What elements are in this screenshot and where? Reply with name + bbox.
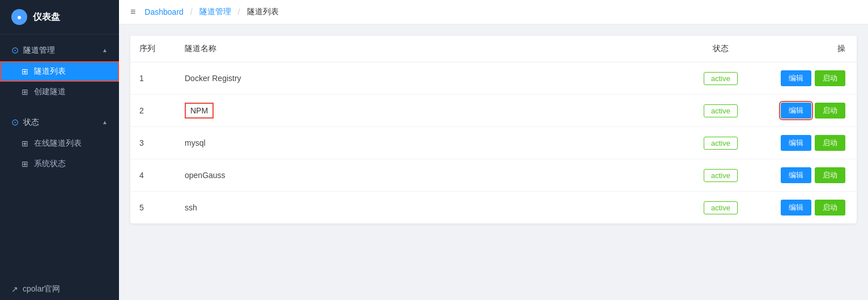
- cell-name: NPM: [176, 95, 675, 127]
- col-header-status: 状态: [675, 36, 766, 62]
- col-header-seq: 序列: [130, 36, 176, 62]
- cpolar-label: cpolar官网: [23, 284, 60, 294]
- tunnel-mgmt-label: 隧道管理: [23, 45, 55, 56]
- sidebar: ● 仪表盘 ⊙ 隧道管理 ▲ 隧道列表 创建隧道 ⊙ 状态 ▲: [0, 0, 119, 300]
- status-badge: active: [704, 137, 738, 150]
- status-badge: active: [704, 104, 738, 117]
- cell-ops: 编辑启动: [766, 192, 857, 224]
- edit-button[interactable]: 编辑: [781, 167, 811, 183]
- breadcrumb-tunnel-mgmt[interactable]: 隧道管理: [199, 7, 231, 17]
- breadcrumb-sep-2: /: [238, 7, 240, 16]
- ops-buttons: 编辑启动: [775, 135, 845, 151]
- start-button[interactable]: 启动: [815, 103, 845, 119]
- system-status-label: 系统状态: [34, 159, 66, 169]
- tunnel-mgmt-chevron: ▲: [102, 47, 108, 53]
- start-button[interactable]: 启动: [815, 135, 845, 151]
- cell-ops: 编辑启动: [766, 95, 857, 127]
- table-row: 4openGaussactive编辑启动: [130, 159, 857, 192]
- online-tunnels-icon: [20, 139, 29, 148]
- sidebar-group-status[interactable]: ⊙ 状态 ▲: [0, 111, 119, 133]
- cell-ops: 编辑启动: [766, 62, 857, 95]
- tunnel-name-highlighted: NPM: [185, 103, 214, 119]
- col-header-name: 隧道名称: [176, 36, 675, 62]
- cell-name: Docker Registry: [176, 62, 675, 95]
- system-status-icon: [20, 159, 29, 168]
- status-badge: active: [704, 201, 738, 214]
- cell-seq: 3: [130, 127, 176, 159]
- cell-seq: 1: [130, 62, 176, 95]
- cell-status: active: [675, 159, 766, 192]
- content-area: 序列 隧道名称 状态 操 1Docker Registryactive编辑启动2…: [119, 24, 868, 300]
- cell-name: mysql: [176, 127, 675, 159]
- sidebar-status-section: ⊙ 状态 ▲ 在线隧道列表 系统状态: [0, 107, 119, 179]
- sidebar-item-tunnel-list[interactable]: 隧道列表: [0, 61, 119, 82]
- table-row: 3mysqlactive编辑启动: [130, 127, 857, 159]
- cell-ops: 编辑启动: [766, 159, 857, 192]
- sidebar-item-create-tunnel[interactable]: 创建隧道: [0, 82, 119, 102]
- status-chevron: ▲: [102, 119, 108, 125]
- tunnel-list-label: 隧道列表: [34, 66, 66, 77]
- cell-seq: 2: [130, 95, 176, 127]
- cell-seq: 5: [130, 192, 176, 224]
- breadcrumb-sep-1: /: [190, 7, 193, 16]
- create-tunnel-icon: [20, 87, 29, 96]
- cell-status: active: [675, 192, 766, 224]
- header: ≡ Dashboard / 隧道管理 / 隧道列表: [119, 0, 868, 24]
- edit-button[interactable]: 编辑: [781, 135, 811, 151]
- cell-name: ssh: [176, 192, 675, 224]
- sidebar-tunnel-mgmt-section: ⊙ 隧道管理 ▲ 隧道列表 创建隧道: [0, 35, 119, 107]
- sidebar-item-online-tunnels[interactable]: 在线隧道列表: [0, 133, 119, 154]
- main-content: ≡ Dashboard / 隧道管理 / 隧道列表 序列 隧道名称 状态 操 1…: [119, 0, 868, 300]
- edit-button[interactable]: 编辑: [781, 200, 811, 216]
- sidebar-item-system-status[interactable]: 系统状态: [0, 154, 119, 174]
- cell-status: active: [675, 62, 766, 95]
- cell-name: openGauss: [176, 159, 675, 192]
- status-label: 状态: [23, 117, 39, 128]
- status-badge: active: [704, 72, 738, 85]
- table-header-row: 序列 隧道名称 状态 操: [130, 36, 857, 62]
- logo-icon: ●: [11, 9, 27, 25]
- edit-button[interactable]: 编辑: [781, 103, 811, 119]
- sidebar-group-tunnel-mgmt[interactable]: ⊙ 隧道管理 ▲: [0, 39, 119, 61]
- start-button[interactable]: 启动: [815, 167, 845, 183]
- cpolar-icon: ↗: [11, 285, 18, 294]
- ops-buttons: 编辑启动: [775, 103, 845, 119]
- status-icon: ⊙: [11, 117, 19, 128]
- ops-buttons: 编辑启动: [775, 200, 845, 216]
- cell-ops: 编辑启动: [766, 127, 857, 159]
- status-badge: active: [704, 169, 738, 182]
- cell-status: active: [675, 127, 766, 159]
- edit-button[interactable]: 编辑: [781, 70, 811, 86]
- breadcrumb-dashboard[interactable]: Dashboard: [144, 7, 184, 16]
- start-button[interactable]: 启动: [815, 70, 845, 86]
- ops-buttons: 编辑启动: [775, 167, 845, 183]
- sidebar-logo[interactable]: ● 仪表盘: [0, 0, 119, 35]
- table-row: 1Docker Registryactive编辑启动: [130, 62, 857, 95]
- tunnel-table: 序列 隧道名称 状态 操 1Docker Registryactive编辑启动2…: [130, 36, 857, 223]
- logo-title: 仪表盘: [33, 11, 60, 23]
- online-tunnels-label: 在线隧道列表: [34, 138, 82, 149]
- col-header-ops: 操: [766, 36, 857, 62]
- cell-status: active: [675, 95, 766, 127]
- table-row: 5sshactive编辑启动: [130, 192, 857, 224]
- ops-buttons: 编辑启动: [775, 70, 845, 86]
- sidebar-item-cpolar[interactable]: ↗ cpolar官网: [0, 278, 119, 300]
- menu-toggle-icon[interactable]: ≡: [130, 7, 135, 17]
- cell-seq: 4: [130, 159, 176, 192]
- create-tunnel-label: 创建隧道: [34, 87, 66, 97]
- breadcrumb-current: 隧道列表: [247, 7, 279, 17]
- tunnel-table-container: 序列 隧道名称 状态 操 1Docker Registryactive编辑启动2…: [130, 36, 857, 223]
- tunnel-list-icon: [20, 67, 29, 76]
- tunnel-mgmt-icon: ⊙: [11, 45, 19, 56]
- table-row: 2NPMactive编辑启动: [130, 95, 857, 127]
- start-button[interactable]: 启动: [815, 200, 845, 216]
